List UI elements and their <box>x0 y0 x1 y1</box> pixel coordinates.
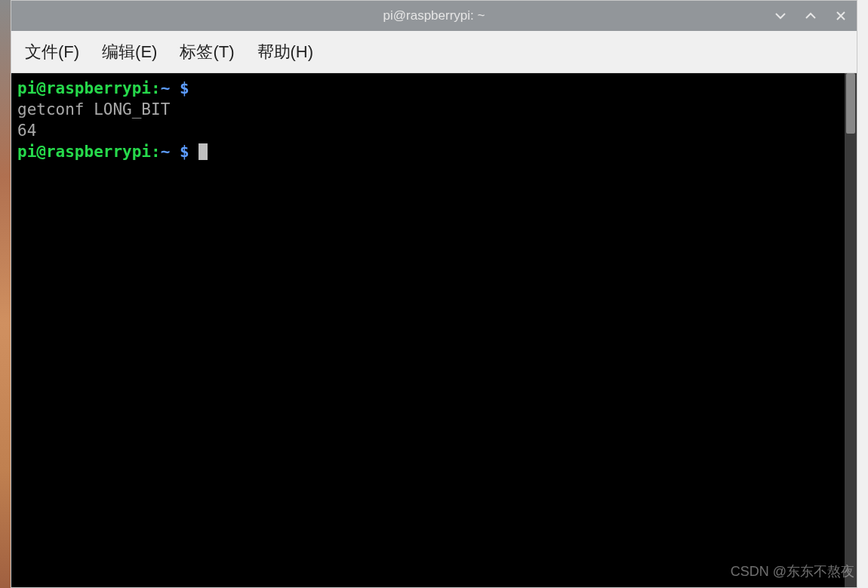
terminal-line: pi@raspberrypi:~ $ <box>17 78 840 99</box>
desktop-background-sliver <box>0 0 11 588</box>
maximize-button[interactable] <box>802 8 819 24</box>
menu-file[interactable]: 文件(F) <box>25 41 79 63</box>
window-titlebar[interactable]: pi@raspberrypi: ~ <box>11 1 857 31</box>
chevron-down-icon <box>774 10 786 22</box>
terminal-output[interactable]: pi@raspberrypi:~ $ getconf LONG_BIT64pi@… <box>11 73 845 587</box>
chevron-up-icon <box>805 10 817 22</box>
menu-edit[interactable]: 编辑(E) <box>102 41 157 63</box>
window-title: pi@raspberrypi: ~ <box>383 8 485 23</box>
terminal-cursor <box>199 143 208 160</box>
minimize-button[interactable] <box>772 8 789 24</box>
terminal-line: 64 <box>17 120 840 141</box>
close-icon <box>835 10 847 22</box>
close-button[interactable] <box>833 8 849 24</box>
scrollbar[interactable] <box>845 73 857 587</box>
menu-tabs[interactable]: 标签(T) <box>180 41 234 63</box>
window-controls <box>772 1 849 31</box>
menu-help[interactable]: 帮助(H) <box>257 41 314 63</box>
terminal-line: getconf LONG_BIT <box>17 99 840 120</box>
menubar: 文件(F) 编辑(E) 标签(T) 帮助(H) <box>11 31 857 73</box>
terminal-area: pi@raspberrypi:~ $ getconf LONG_BIT64pi@… <box>11 73 857 587</box>
terminal-line: pi@raspberrypi:~ $ <box>17 141 840 162</box>
terminal-window: pi@raspberrypi: ~ 文件(F) 编辑(E) 标签(T) 帮助(H… <box>11 0 857 588</box>
scrollbar-thumb[interactable] <box>846 73 855 134</box>
